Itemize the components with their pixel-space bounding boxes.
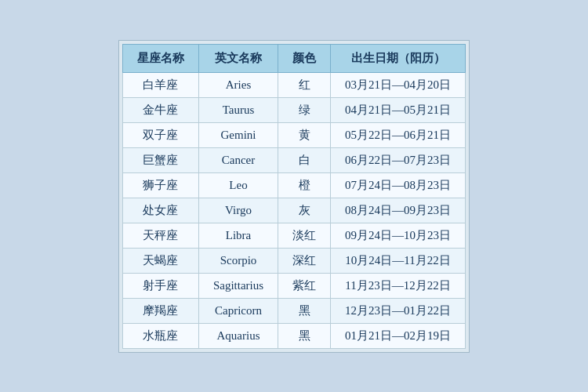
table-row: 水瓶座Aquarius黑01月21日—02月19日 — [122, 323, 465, 348]
cell-chinese-name: 金牛座 — [122, 97, 198, 122]
cell-color: 黄 — [278, 122, 331, 147]
cell-dates: 08月24日—09月23日 — [331, 198, 466, 223]
table-row: 白羊座Aries红03月21日—04月20日 — [122, 72, 465, 97]
table-row: 金牛座Taurus绿04月21日—05月21日 — [122, 97, 465, 122]
cell-chinese-name: 处女座 — [122, 198, 198, 223]
table-header-row: 星座名称 英文名称 颜色 出生日期（阳历） — [122, 44, 465, 72]
cell-dates: 12月23日—01月22日 — [331, 298, 466, 323]
cell-chinese-name: 双子座 — [122, 122, 198, 147]
table-row: 天秤座Libra淡红09月24日—10月23日 — [122, 223, 465, 248]
cell-dates: 06月22日—07月23日 — [331, 147, 466, 172]
cell-english-name: Sagittarius — [198, 273, 278, 298]
cell-color: 黑 — [278, 323, 331, 348]
table-row: 天蝎座Scorpio深红10月24日—11月22日 — [122, 248, 465, 273]
header-color: 颜色 — [278, 44, 331, 72]
cell-color: 淡红 — [278, 223, 331, 248]
table-row: 双子座Gemini黄05月22日—06月21日 — [122, 122, 465, 147]
table-row: 射手座Sagittarius紫红11月23日—12月22日 — [122, 273, 465, 298]
cell-chinese-name: 水瓶座 — [122, 323, 198, 348]
cell-color: 灰 — [278, 198, 331, 223]
cell-chinese-name: 摩羯座 — [122, 298, 198, 323]
cell-chinese-name: 巨蟹座 — [122, 147, 198, 172]
table-row: 狮子座Leo橙07月24日—08月23日 — [122, 172, 465, 198]
cell-color: 绿 — [278, 97, 331, 122]
cell-english-name: Gemini — [198, 122, 278, 147]
header-chinese-name: 星座名称 — [122, 44, 198, 72]
cell-english-name: Virgo — [198, 198, 278, 223]
table-row: 处女座Virgo灰08月24日—09月23日 — [122, 198, 465, 223]
cell-chinese-name: 天秤座 — [122, 223, 198, 248]
cell-color: 深红 — [278, 248, 331, 273]
header-english-name: 英文名称 — [198, 44, 278, 72]
cell-dates: 04月21日—05月21日 — [331, 97, 466, 122]
cell-english-name: Cancer — [198, 147, 278, 172]
cell-dates: 09月24日—10月23日 — [331, 223, 466, 248]
cell-dates: 03月21日—04月20日 — [331, 72, 466, 97]
table-row: 摩羯座Capricorn黑12月23日—01月22日 — [122, 298, 465, 323]
zodiac-table-container: 星座名称 英文名称 颜色 出生日期（阳历） 白羊座Aries红03月21日—04… — [118, 40, 470, 353]
cell-chinese-name: 狮子座 — [122, 172, 198, 198]
cell-chinese-name: 天蝎座 — [122, 248, 198, 273]
cell-chinese-name: 射手座 — [122, 273, 198, 298]
cell-color: 白 — [278, 147, 331, 172]
table-row: 巨蟹座Cancer白06月22日—07月23日 — [122, 147, 465, 172]
cell-dates: 01月21日—02月19日 — [331, 323, 466, 348]
cell-english-name: Aquarius — [198, 323, 278, 348]
cell-chinese-name: 白羊座 — [122, 72, 198, 97]
cell-color: 红 — [278, 72, 331, 97]
zodiac-table: 星座名称 英文名称 颜色 出生日期（阳历） 白羊座Aries红03月21日—04… — [122, 44, 466, 349]
cell-english-name: Leo — [198, 172, 278, 198]
cell-color: 紫红 — [278, 273, 331, 298]
cell-dates: 10月24日—11月22日 — [331, 248, 466, 273]
cell-english-name: Libra — [198, 223, 278, 248]
cell-english-name: Scorpio — [198, 248, 278, 273]
cell-english-name: Taurus — [198, 97, 278, 122]
cell-dates: 07月24日—08月23日 — [331, 172, 466, 198]
header-dates: 出生日期（阳历） — [331, 44, 466, 72]
cell-english-name: Capricorn — [198, 298, 278, 323]
cell-color: 黑 — [278, 298, 331, 323]
cell-dates: 11月23日—12月22日 — [331, 273, 466, 298]
cell-dates: 05月22日—06月21日 — [331, 122, 466, 147]
cell-english-name: Aries — [198, 72, 278, 97]
cell-color: 橙 — [278, 172, 331, 198]
